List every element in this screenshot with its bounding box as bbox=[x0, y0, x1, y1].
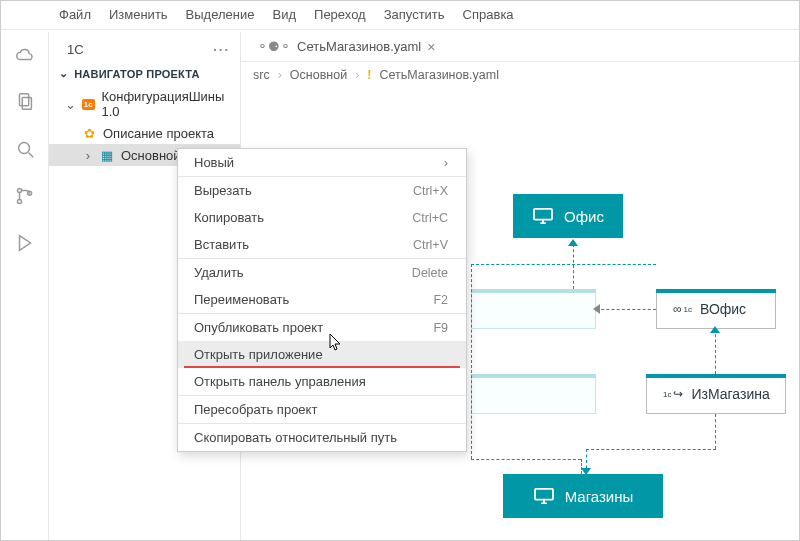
context-menu: Новый › Вырезать Ctrl+X Копировать Ctrl+… bbox=[177, 148, 467, 452]
connector bbox=[715, 414, 716, 449]
crumb-file[interactable]: СетьМагазинов.yaml bbox=[380, 68, 499, 82]
ctx-shortcut: Ctrl+V bbox=[413, 238, 448, 252]
node-stores[interactable]: Магазины bbox=[503, 474, 663, 518]
crumb-src[interactable]: src bbox=[253, 68, 270, 82]
menu-help[interactable]: Справка bbox=[463, 7, 514, 22]
diagram-file-icon: ⚬⚈⚬ bbox=[257, 39, 291, 54]
tree-node-label: Основной bbox=[121, 148, 181, 163]
node-label: ИзМагазина bbox=[691, 386, 769, 402]
node-label: Офис bbox=[564, 208, 604, 225]
monitor-icon bbox=[533, 487, 555, 505]
tree-node-description[interactable]: ✿ Описание проекта bbox=[49, 122, 240, 144]
node-label: Магазины bbox=[565, 488, 634, 505]
sidebar-header: 1С bbox=[67, 42, 84, 57]
svg-rect-7 bbox=[535, 489, 553, 500]
menu-selection[interactable]: Выделение bbox=[186, 7, 255, 22]
breadcrumb: src › Основной › ! СетьМагазинов.yaml bbox=[241, 62, 799, 88]
menu-go[interactable]: Переход bbox=[314, 7, 366, 22]
ctx-label: Вырезать bbox=[194, 183, 252, 198]
ctx-label: Удалить bbox=[194, 265, 244, 280]
process-icon: ∞1c bbox=[673, 302, 692, 316]
close-icon[interactable]: × bbox=[427, 39, 435, 55]
ctx-label: Пересобрать проект bbox=[194, 402, 317, 417]
nav-title-label: НАВИГАТОР ПРОЕКТА bbox=[74, 68, 199, 80]
chevron-right-icon: › bbox=[278, 68, 282, 82]
connector bbox=[573, 244, 574, 289]
ctx-cut[interactable]: Вырезать Ctrl+X bbox=[178, 177, 466, 204]
node-label: ВОфис bbox=[700, 301, 746, 317]
node-in-office[interactable]: ∞1c ВОфис bbox=[656, 289, 776, 329]
1c-icon: 1c bbox=[81, 96, 95, 112]
faded-node[interactable] bbox=[471, 289, 596, 329]
ctx-new[interactable]: Новый › bbox=[178, 149, 466, 176]
ctx-publish[interactable]: Опубликовать проект F9 bbox=[178, 314, 466, 341]
cursor-icon bbox=[329, 333, 343, 354]
ctx-copy-path[interactable]: Скопировать относительный путь bbox=[178, 424, 466, 451]
menu-view[interactable]: Вид bbox=[273, 7, 297, 22]
chevron-right-icon: › bbox=[355, 68, 359, 82]
svg-rect-6 bbox=[534, 209, 552, 220]
files-icon[interactable] bbox=[14, 91, 36, 116]
svg-rect-0 bbox=[19, 94, 28, 106]
warning-icon: ! bbox=[367, 68, 371, 82]
gear-icon: ✿ bbox=[81, 125, 97, 141]
process-icon: 1c↪ bbox=[663, 387, 683, 401]
ctx-shortcut: Ctrl+X bbox=[413, 184, 448, 198]
top-menu: Файл Изменить Выделение Вид Переход Запу… bbox=[1, 1, 799, 30]
ctx-label: Вставить bbox=[194, 237, 249, 252]
arrow-up-icon bbox=[710, 326, 720, 333]
ctx-label: Открыть панель управления bbox=[194, 374, 366, 389]
ctx-paste[interactable]: Вставить Ctrl+V bbox=[178, 231, 466, 258]
project-navigator-title[interactable]: ⌄ НАВИГАТОР ПРОЕКТА bbox=[49, 61, 240, 86]
faded-node[interactable] bbox=[471, 374, 596, 414]
arrow-down-icon bbox=[581, 468, 591, 475]
connector bbox=[715, 329, 716, 374]
tab-yaml[interactable]: ⚬⚈⚬ СетьМагазинов.yaml × bbox=[249, 35, 443, 59]
branch-icon[interactable] bbox=[14, 185, 36, 210]
chevron-down-icon: ⌄ bbox=[59, 67, 68, 80]
svg-point-2 bbox=[18, 143, 29, 154]
chevron-down-icon: ⌄ bbox=[65, 97, 75, 112]
ctx-shortcut: F9 bbox=[433, 321, 448, 335]
connector bbox=[471, 264, 472, 459]
ctx-shortcut: F2 bbox=[433, 293, 448, 307]
node-office[interactable]: Офис bbox=[513, 194, 623, 238]
connector bbox=[471, 459, 581, 460]
ctx-open-panel[interactable]: Открыть панель управления bbox=[178, 368, 466, 395]
ctx-copy[interactable]: Копировать Ctrl+C bbox=[178, 204, 466, 231]
ctx-shortcut: Delete bbox=[412, 266, 448, 280]
ctx-label: Копировать bbox=[194, 210, 264, 225]
tree-root[interactable]: ⌄ 1c КонфигурацияШины 1.0 bbox=[49, 86, 240, 122]
sidebar-more-icon[interactable]: ··· bbox=[213, 42, 230, 57]
ctx-rebuild[interactable]: Пересобрать проект bbox=[178, 396, 466, 423]
chevron-right-icon: › bbox=[83, 148, 93, 163]
tab-bar: ⚬⚈⚬ СетьМагазинов.yaml × bbox=[241, 32, 799, 62]
cloud-icon[interactable] bbox=[14, 44, 36, 69]
ctx-delete[interactable]: Удалить Delete bbox=[178, 259, 466, 286]
connector bbox=[471, 264, 656, 265]
arrow-left-icon bbox=[593, 304, 600, 314]
node-from-store[interactable]: 1c↪ ИзМагазина bbox=[646, 374, 786, 414]
debug-icon[interactable] bbox=[14, 232, 36, 257]
menu-edit[interactable]: Изменить bbox=[109, 7, 168, 22]
menu-file[interactable]: Файл bbox=[59, 7, 91, 22]
ctx-open-app[interactable]: Открыть приложение bbox=[178, 341, 466, 368]
tree-node-label: Описание проекта bbox=[103, 126, 214, 141]
connector bbox=[596, 309, 656, 310]
search-icon[interactable] bbox=[14, 138, 36, 163]
svg-point-4 bbox=[17, 199, 21, 203]
menu-run[interactable]: Запустить bbox=[384, 7, 445, 22]
ctx-label: Переименовать bbox=[194, 292, 289, 307]
activity-bar bbox=[1, 32, 49, 540]
tab-label: СетьМагазинов.yaml bbox=[297, 39, 421, 54]
ctx-label: Открыть приложение bbox=[194, 347, 323, 362]
ctx-label: Новый bbox=[194, 155, 234, 170]
tree-root-label: КонфигурацияШины 1.0 bbox=[101, 89, 232, 119]
crumb-main[interactable]: Основной bbox=[290, 68, 347, 82]
ctx-rename[interactable]: Переименовать F2 bbox=[178, 286, 466, 313]
grid-icon: ▦ bbox=[99, 147, 115, 163]
connector bbox=[586, 449, 716, 450]
ctx-shortcut: Ctrl+C bbox=[412, 211, 448, 225]
ctx-label: Скопировать относительный путь bbox=[194, 430, 397, 445]
chevron-right-icon: › bbox=[444, 155, 448, 170]
